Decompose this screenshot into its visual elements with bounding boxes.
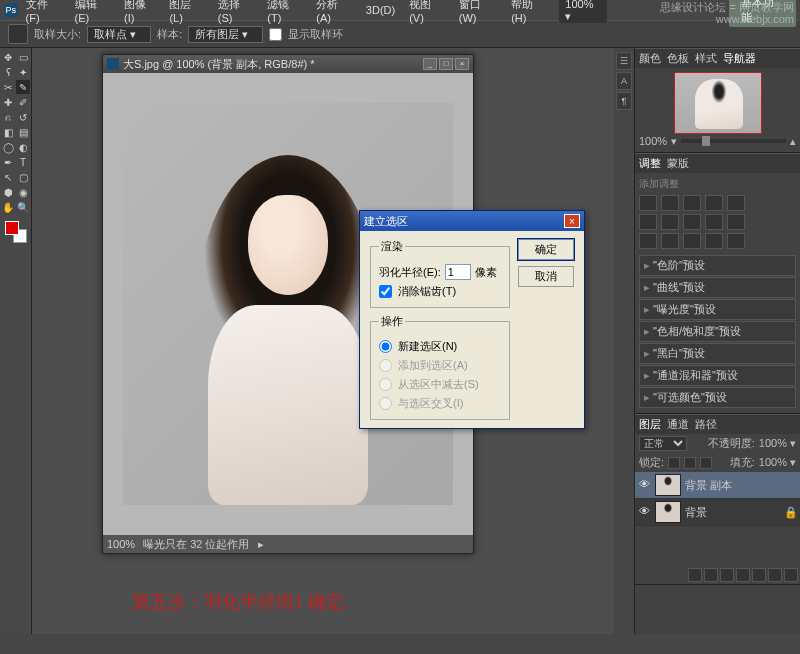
- tab-adjustments[interactable]: 调整: [639, 156, 661, 171]
- link-layers-icon[interactable]: [688, 568, 702, 582]
- dialog-close-button[interactable]: ×: [564, 214, 580, 228]
- layer-mask-icon[interactable]: [720, 568, 734, 582]
- sample-size-dropdown[interactable]: 取样点 ▾: [87, 26, 151, 43]
- ok-button[interactable]: 确定: [518, 239, 574, 260]
- layer-name[interactable]: 背景 副本: [685, 478, 732, 493]
- shape-tool[interactable]: ▢: [16, 170, 30, 184]
- preset-mixer[interactable]: "通道混和器"预设: [639, 365, 796, 386]
- adj-curves-icon[interactable]: [683, 195, 701, 211]
- new-layer-icon[interactable]: [768, 568, 782, 582]
- preset-selcolor[interactable]: "可选颜色"预设: [639, 387, 796, 408]
- marquee-tool[interactable]: ▭: [16, 50, 30, 64]
- blur-tool[interactable]: ◯: [1, 140, 15, 154]
- eraser-tool[interactable]: ◧: [1, 125, 15, 139]
- para-panel-icon[interactable]: ¶: [616, 92, 632, 110]
- maximize-button[interactable]: □: [439, 58, 453, 70]
- adj-invert-icon[interactable]: [639, 233, 657, 249]
- history-tool[interactable]: ↺: [16, 110, 30, 124]
- adj-bw-icon[interactable]: [683, 214, 701, 230]
- adj-threshold-icon[interactable]: [683, 233, 701, 249]
- eyedropper-icon[interactable]: [8, 24, 28, 44]
- adj-poster-icon[interactable]: [661, 233, 679, 249]
- preset-hue[interactable]: "色相/饱和度"预设: [639, 321, 796, 342]
- wand-tool[interactable]: ✦: [16, 65, 30, 79]
- text-tool[interactable]: T: [16, 155, 30, 169]
- eyedropper-tool[interactable]: ✎: [16, 80, 30, 94]
- adjustment-layer-icon[interactable]: [736, 568, 750, 582]
- preset-curves[interactable]: "曲线"预设: [639, 277, 796, 298]
- dodge-tool[interactable]: ◐: [16, 140, 30, 154]
- tab-channels[interactable]: 通道: [667, 417, 689, 432]
- path-tool[interactable]: ↖: [1, 170, 15, 184]
- menu-select[interactable]: 选择(S): [212, 0, 260, 26]
- char-panel-icon[interactable]: A: [616, 72, 632, 90]
- layer-fx-icon[interactable]: [704, 568, 718, 582]
- tab-layers[interactable]: 图层: [639, 417, 661, 432]
- adj-brightness-icon[interactable]: [639, 195, 657, 211]
- layer-row-copy[interactable]: 👁 背景 副本: [635, 472, 800, 499]
- lasso-tool[interactable]: ʕ: [1, 65, 15, 79]
- adj-vibrance-icon[interactable]: [727, 195, 745, 211]
- adj-mixer-icon[interactable]: [727, 214, 745, 230]
- menu-file[interactable]: 文件(F): [20, 0, 67, 26]
- preset-exposure[interactable]: "曝光度"预设: [639, 299, 796, 320]
- menu-window[interactable]: 窗口(W): [453, 0, 503, 26]
- tab-navigator[interactable]: 导航器: [723, 51, 756, 66]
- stamp-tool[interactable]: ⎌: [1, 110, 15, 124]
- adj-exposure-icon[interactable]: [705, 195, 723, 211]
- menu-analysis[interactable]: 分析(A): [310, 0, 358, 26]
- doc-zoom[interactable]: 100%: [107, 538, 135, 550]
- sample-from-dropdown[interactable]: 所有图层 ▾: [188, 26, 263, 43]
- nav-zoom-value[interactable]: 100%: [639, 135, 667, 147]
- visibility-icon[interactable]: 👁: [637, 478, 651, 492]
- menu-layer[interactable]: 图层(L): [163, 0, 209, 26]
- adj-gradmap-icon[interactable]: [705, 233, 723, 249]
- tab-masks[interactable]: 蒙版: [667, 156, 689, 171]
- minimize-button[interactable]: _: [423, 58, 437, 70]
- crop-tool[interactable]: ✂: [1, 80, 15, 94]
- tab-swatches[interactable]: 色板: [667, 51, 689, 66]
- pen-tool[interactable]: ✒: [1, 155, 15, 169]
- adj-levels-icon[interactable]: [661, 195, 679, 211]
- zoom-out-icon[interactable]: ▾: [671, 135, 677, 148]
- nav-zoom-slider[interactable]: [681, 139, 786, 143]
- 3d-tool[interactable]: ⬢: [1, 185, 15, 199]
- lock-all-icon[interactable]: [700, 457, 712, 469]
- status-arrow-icon[interactable]: ▸: [258, 538, 264, 551]
- document-titlebar[interactable]: 大S.jpg @ 100% (背景 副本, RGB/8#) * _ □ ×: [103, 55, 473, 73]
- feather-input[interactable]: [445, 264, 471, 280]
- lock-position-icon[interactable]: [684, 457, 696, 469]
- lock-pixels-icon[interactable]: [668, 457, 680, 469]
- heal-tool[interactable]: ✚: [1, 95, 15, 109]
- tab-color[interactable]: 颜色: [639, 51, 661, 66]
- menu-help[interactable]: 帮助(H): [505, 0, 553, 26]
- layer-thumbnail[interactable]: [655, 474, 681, 496]
- layer-name[interactable]: 背景: [685, 505, 707, 520]
- preset-levels[interactable]: "色阶"预设: [639, 255, 796, 276]
- tab-paths[interactable]: 路径: [695, 417, 717, 432]
- history-panel-icon[interactable]: ☰: [616, 52, 632, 70]
- zoom-tool[interactable]: 🔍: [16, 200, 30, 214]
- menu-3d[interactable]: 3D(D): [360, 2, 401, 18]
- menu-image[interactable]: 图像(I): [118, 0, 161, 26]
- blend-mode-select[interactable]: 正常: [639, 436, 687, 451]
- dialog-titlebar[interactable]: 建立选区 ×: [360, 211, 584, 231]
- menu-view[interactable]: 视图(V): [403, 0, 451, 26]
- adj-hue-icon[interactable]: [639, 214, 657, 230]
- color-swatch[interactable]: [5, 221, 27, 243]
- camera-tool[interactable]: ◉: [16, 185, 30, 199]
- cancel-button[interactable]: 取消: [518, 266, 574, 287]
- opacity-value[interactable]: 100% ▾: [759, 437, 796, 450]
- adj-balance-icon[interactable]: [661, 214, 679, 230]
- adj-selcolor-icon[interactable]: [727, 233, 745, 249]
- hand-tool[interactable]: ✋: [1, 200, 15, 214]
- preset-bw[interactable]: "黑白"预设: [639, 343, 796, 364]
- menu-edit[interactable]: 编辑(E): [69, 0, 117, 26]
- op-new-radio[interactable]: [379, 340, 392, 353]
- adj-photo-icon[interactable]: [705, 214, 723, 230]
- zoom-in-icon[interactable]: ▴: [790, 135, 796, 148]
- delete-layer-icon[interactable]: [784, 568, 798, 582]
- antialias-checkbox[interactable]: [379, 285, 392, 298]
- gradient-tool[interactable]: ▤: [16, 125, 30, 139]
- zoom-display[interactable]: 100% ▾: [559, 0, 607, 23]
